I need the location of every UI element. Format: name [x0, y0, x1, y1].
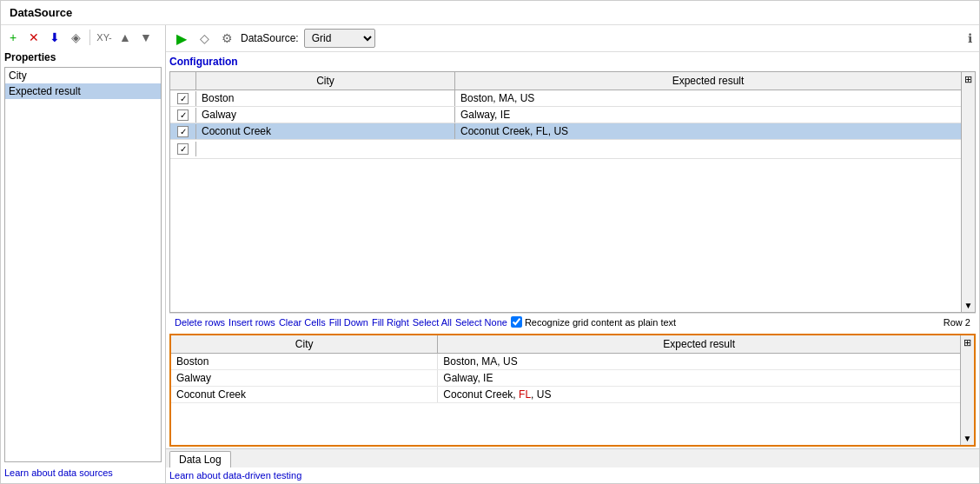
add-button[interactable]: +	[4, 29, 22, 46]
preview-wrapper: City Expected result Boston Boston, MA, …	[171, 335, 974, 445]
preview-row2-city: Galway	[171, 370, 438, 386]
grid-body: ✓ Boston Boston, MA, US ✓	[170, 90, 961, 312]
app-title: DataSource	[10, 6, 72, 19]
fill-right-btn[interactable]: Fill Right	[372, 317, 409, 328]
empty-grid-space	[170, 159, 961, 263]
properties-label: Properties	[4, 51, 162, 63]
checkbox-checked[interactable]: ✓	[177, 109, 189, 121]
grid-wrapper: City Expected result ✓ Bosto	[170, 72, 975, 312]
row4-check[interactable]: ✓	[170, 142, 196, 156]
right-toolbar: ▶ ◇ ⚙ DataSource: Grid Excel CSV Databas…	[166, 25, 979, 52]
row2-expected[interactable]: Galway, IE	[455, 107, 961, 123]
preview-row1-city: Boston	[171, 354, 438, 369]
datasource-label: DataSource:	[241, 32, 299, 44]
scroll-down-arrow[interactable]: ▼	[963, 299, 975, 312]
preview-row3-fl: FL	[519, 388, 531, 401]
import-button[interactable]: ⬇	[46, 29, 63, 46]
property-expected-result[interactable]: Expected result	[5, 83, 161, 99]
tab-data-log[interactable]: Data Log	[169, 451, 231, 467]
preview-main: City Expected result Boston Boston, MA, …	[171, 335, 960, 445]
title-bar: DataSource	[1, 1, 979, 25]
bottom-toolbar: Delete rows Insert rows Clear Cells Fill…	[169, 313, 976, 330]
learn-driven-testing-link[interactable]: Learn about data-driven testing	[169, 468, 301, 482]
preview-row: Boston Boston, MA, US	[171, 354, 960, 370]
grid-row[interactable]: ✓ Coconut Creek Coconut Creek, FL, US	[170, 123, 961, 140]
preview-row1-expected: Boston, MA, US	[438, 354, 960, 369]
properties-list: City Expected result	[4, 67, 162, 462]
preview-row3-part1: Coconut Creek,	[443, 388, 519, 401]
datasource-dropdown[interactable]: Grid Excel CSV Database	[304, 29, 375, 48]
preview-header-row: City Expected result	[171, 335, 960, 354]
preview-header-expected: Expected result	[438, 335, 960, 353]
left-toolbar: + ✕ ⬇ ◈ XY- ▲ ▼	[4, 29, 162, 46]
bottom-learn: Learn about data-driven testing	[166, 467, 979, 483]
preview-section: City Expected result Boston Boston, MA, …	[169, 334, 976, 447]
preview-scrollbar[interactable]: ⊞ ▼	[960, 335, 974, 445]
recognize-label[interactable]: Recognize grid content as plain text	[511, 316, 676, 328]
delete-button[interactable]: ✕	[25, 29, 43, 46]
grid-scrollbar[interactable]: ⊞ ▼	[961, 72, 975, 312]
checkbox-checked[interactable]: ✓	[177, 93, 189, 104]
delete-rows-btn[interactable]: Delete rows	[175, 317, 225, 328]
checkbox-checked[interactable]: ✓	[177, 126, 189, 137]
grid-header-row: City Expected result	[170, 72, 961, 90]
col-icon-btn[interactable]: ⊞	[963, 72, 974, 87]
reset-button[interactable]: ◇	[195, 30, 213, 47]
preview-row3-part2: , US	[531, 388, 551, 401]
learn-datasources-link[interactable]: Learn about data sources	[4, 466, 162, 480]
grid-container: City Expected result ✓ Bosto	[169, 71, 976, 313]
header-expected: Expected result	[455, 72, 961, 90]
grid-row[interactable]: ✓ Galway Galway, IE	[170, 107, 961, 123]
clear-cells-btn[interactable]: Clear Cells	[279, 317, 326, 328]
move-down-button[interactable]: ▼	[137, 29, 155, 46]
paint-button[interactable]: ◈	[67, 29, 84, 46]
config-section: Configuration City Expected result	[166, 52, 979, 334]
settings-button[interactable]: ⚙	[218, 30, 235, 47]
fill-down-btn[interactable]: Fill Down	[329, 317, 368, 328]
info-icon[interactable]: ℹ	[968, 31, 972, 45]
run-button[interactable]: ▶	[173, 30, 190, 47]
header-check-col	[170, 72, 196, 90]
row1-check[interactable]: ✓	[170, 91, 196, 106]
move-up-button[interactable]: ▲	[116, 29, 134, 46]
preview-row: Coconut Creek Coconut Creek, FL, US	[171, 387, 960, 403]
row3-check[interactable]: ✓	[170, 124, 196, 139]
right-panel: ▶ ◇ ⚙ DataSource: Grid Excel CSV Databas…	[166, 25, 979, 483]
config-label: Configuration	[169, 56, 976, 68]
preview-scroll-down[interactable]: ▼	[962, 432, 974, 445]
left-panel: + ✕ ⬇ ◈ XY- ▲ ▼ Properties City Expected…	[1, 25, 166, 483]
row2-check[interactable]: ✓	[170, 108, 196, 123]
app-container: DataSource + ✕ ⬇ ◈ XY- ▲ ▼ Properties Ci…	[0, 0, 980, 484]
xy-label: XY-	[96, 29, 113, 46]
preview-empty-space	[171, 403, 960, 445]
row2-city[interactable]: Galway	[196, 107, 455, 123]
preview-row3-city: Coconut Creek	[171, 387, 438, 402]
grid-main: City Expected result ✓ Bosto	[170, 72, 961, 312]
tabs-row: Data Log	[166, 448, 979, 467]
grid-row[interactable]: ✓ Boston Boston, MA, US	[170, 90, 961, 107]
row1-city[interactable]: Boston	[196, 90, 455, 106]
select-none-btn[interactable]: Select None	[455, 317, 507, 328]
row1-expected[interactable]: Boston, MA, US	[455, 90, 961, 106]
property-city[interactable]: City	[5, 68, 161, 83]
header-city: City	[196, 72, 455, 90]
row3-city[interactable]: Coconut Creek	[196, 123, 455, 139]
preview-row3-expected: Coconut Creek, FL, US	[438, 387, 960, 402]
insert-rows-btn[interactable]: Insert rows	[228, 317, 275, 328]
main-area: + ✕ ⬇ ◈ XY- ▲ ▼ Properties City Expected…	[1, 25, 979, 483]
preview-row: Galway Galway, IE	[171, 370, 960, 387]
checkbox-checked[interactable]: ✓	[177, 143, 189, 155]
preview-header-city: City	[171, 335, 438, 353]
row-indicator: Row 2	[944, 317, 970, 328]
toolbar-separator	[89, 30, 90, 45]
preview-row2-expected: Galway, IE	[438, 370, 960, 386]
preview-col-icon[interactable]: ⊞	[962, 335, 973, 350]
recognize-checkbox[interactable]	[511, 316, 522, 328]
row3-expected[interactable]: Coconut Creek, FL, US	[455, 123, 961, 139]
select-all-btn[interactable]: Select All	[413, 317, 452, 328]
grid-row[interactable]: ✓	[170, 140, 961, 159]
